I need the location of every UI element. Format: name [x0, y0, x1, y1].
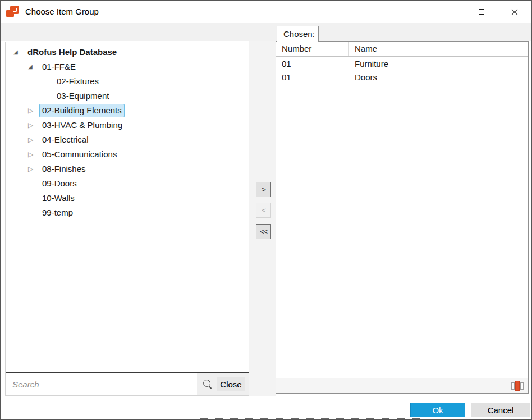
- tree-item[interactable]: ▷04-Electrical: [6, 133, 249, 147]
- drofus-logo-icon: [6, 6, 19, 17]
- tree-item-label[interactable]: 03-Equipment: [54, 89, 112, 103]
- search-bar: Close: [6, 373, 249, 395]
- tree-item[interactable]: 02-Fixtures: [6, 74, 249, 89]
- remove-all-button[interactable]: <<: [256, 224, 271, 239]
- panel-gap: [249, 41, 276, 396]
- search-input[interactable]: [6, 373, 197, 395]
- tree-item-label[interactable]: 02-Building Elements: [39, 104, 125, 117]
- minimize-icon: [447, 12, 453, 12]
- tree-item[interactable]: ▷05-Communications: [6, 147, 249, 162]
- chosen-row-number: 01: [276, 59, 349, 69]
- tree-item[interactable]: ◢01-FF&E: [6, 60, 249, 74]
- column-header-filler: [420, 42, 528, 56]
- chosen-tab[interactable]: Chosen:: [277, 26, 319, 42]
- minimize-button[interactable]: [437, 1, 462, 23]
- tree-item-label[interactable]: 10-Walls: [39, 191, 77, 205]
- background-window-artifact: [200, 418, 427, 419]
- close-button[interactable]: Close: [217, 377, 245, 391]
- close-window-button[interactable]: [502, 1, 528, 23]
- tree-item[interactable]: ◢dRofus Help Database: [6, 45, 249, 60]
- tree-item-label[interactable]: 04-Electrical: [39, 133, 91, 147]
- tree-item-label[interactable]: 08-Finishes: [39, 162, 89, 176]
- chosen-panel-footer: [276, 378, 528, 393]
- dialog-body-strip: [1, 23, 531, 41]
- item-group-tree-panel: ◢dRofus Help Database◢01-FF&E02-Fixtures…: [5, 42, 249, 396]
- column-header-number[interactable]: Number: [276, 42, 349, 56]
- chosen-row[interactable]: 01Doors: [276, 70, 528, 84]
- search-icon[interactable]: [203, 379, 213, 389]
- column-chooser-icon[interactable]: [511, 380, 524, 391]
- tree-item[interactable]: 10-Walls: [6, 191, 249, 206]
- column-header-name[interactable]: Name: [349, 42, 420, 56]
- tree-item-label[interactable]: 09-Doors: [39, 177, 80, 190]
- tree-item[interactable]: ▷02-Building Elements: [6, 103, 249, 118]
- tree-item[interactable]: 09-Doors: [6, 176, 249, 191]
- window-title: Choose Item Group: [25, 1, 99, 23]
- chosen-table-body: 01Furniture01Doors: [276, 57, 528, 378]
- title-bar: Choose Item Group: [1, 1, 531, 23]
- choose-item-group-dialog: Choose Item Group ◢dRofus Help Database◢…: [0, 0, 532, 420]
- tree-item[interactable]: 03-Equipment: [6, 89, 249, 103]
- tree-item-label[interactable]: dRofus Help Database: [25, 45, 120, 59]
- maximize-button[interactable]: [469, 1, 494, 23]
- ok-button[interactable]: Ok: [410, 403, 465, 417]
- remove-item-button[interactable]: <: [256, 203, 271, 218]
- chosen-row-name: Doors: [349, 72, 420, 82]
- chosen-row[interactable]: 01Furniture: [276, 57, 528, 70]
- tree-item-label[interactable]: 05-Communications: [39, 148, 120, 161]
- tree-item-label[interactable]: 03-HVAC & Plumbing: [39, 118, 125, 132]
- maximize-icon: [479, 9, 484, 15]
- add-item-button[interactable]: >: [256, 182, 271, 197]
- tree-item-label[interactable]: 99-temp: [39, 206, 76, 220]
- chosen-panel: Number Name 01Furniture01Doors: [276, 41, 529, 394]
- item-group-tree: ◢dRofus Help Database◢01-FF&E02-Fixtures…: [6, 42, 249, 372]
- tree-item-label[interactable]: 01-FF&E: [39, 60, 79, 74]
- close-icon: [511, 8, 519, 16]
- chosen-row-name: Furniture: [349, 59, 420, 69]
- tree-item[interactable]: ▷03-HVAC & Plumbing: [6, 118, 249, 133]
- chosen-row-number: 01: [276, 72, 349, 82]
- tree-item[interactable]: ▷08-Finishes: [6, 162, 249, 176]
- search-actions: Close: [197, 373, 249, 395]
- tree-item[interactable]: 99-temp: [6, 206, 249, 220]
- chosen-table-header: Number Name: [276, 42, 528, 57]
- tree-item-label[interactable]: 02-Fixtures: [54, 75, 102, 88]
- cancel-button[interactable]: Cancel: [471, 403, 530, 417]
